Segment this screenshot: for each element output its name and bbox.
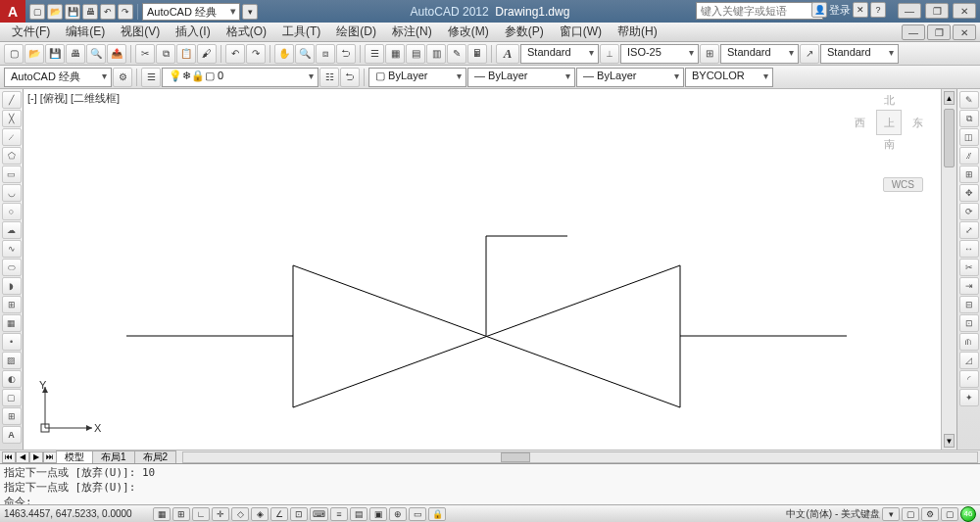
polygon-icon[interactable]: ⬠ [2, 147, 22, 165]
qat-redo-icon[interactable]: ↷ [118, 4, 133, 20]
tab-layout2[interactable]: 布局2 [134, 451, 177, 463]
spline-icon[interactable]: ∿ [2, 240, 22, 258]
ellipse-arc-icon[interactable]: ◗ [2, 277, 22, 295]
gradient-icon[interactable]: ◐ [2, 370, 22, 388]
tab-model[interactable]: 模型 [56, 451, 93, 463]
app-menu-button[interactable]: A [0, 0, 25, 23]
scroll-thumb[interactable] [944, 109, 955, 167]
fillet-icon[interactable]: ◜ [959, 370, 979, 388]
infocenter-signin-icon[interactable]: 👤 [811, 2, 827, 18]
polyline-icon[interactable]: ⟋ [2, 128, 22, 146]
rectangle-icon[interactable]: ▭ [2, 166, 22, 183]
status-tray-icon[interactable]: ⚙ [921, 507, 939, 521]
plot-icon[interactable]: 🖶 [66, 44, 85, 64]
menu-draw[interactable]: 绘图(D) [328, 22, 384, 42]
menu-modify[interactable]: 修改(M) [440, 22, 497, 42]
open-icon[interactable]: 📂 [24, 44, 44, 64]
extend-icon[interactable]: ⇥ [959, 277, 979, 295]
design-center-icon[interactable]: ▦ [385, 44, 405, 64]
workspace-settings-icon[interactable]: ⚙ [113, 68, 132, 87]
hscroll-thumb[interactable] [501, 452, 530, 462]
lineweight-dropdown[interactable]: — ByLayer [576, 68, 684, 87]
copy-object-icon[interactable]: ⧉ [959, 110, 979, 127]
maximize-button[interactable]: ❐ [925, 3, 949, 19]
status-tray-icon[interactable]: ▢ [902, 507, 919, 521]
offset-icon[interactable]: ⫽ [959, 147, 979, 165]
region-icon[interactable]: ▢ [2, 389, 22, 406]
signin-label[interactable]: 登录 [829, 3, 851, 18]
menu-window[interactable]: 窗口(W) [552, 22, 610, 42]
model-toggle[interactable]: ▭ [409, 507, 426, 521]
qp-toggle[interactable]: ▣ [369, 507, 387, 521]
stretch-icon[interactable]: ↔ [959, 240, 979, 258]
mtext-icon[interactable]: A [2, 426, 22, 444]
chamfer-icon[interactable]: ◿ [959, 352, 979, 369]
workspace-dropdown[interactable]: AutoCAD 经典 [142, 3, 240, 21]
textstyle-dropdown[interactable]: Standard [520, 44, 599, 64]
revision-cloud-icon[interactable]: ☁ [2, 221, 22, 239]
doc-close-button[interactable]: ✕ [953, 24, 976, 40]
plotstyle-dropdown[interactable]: BYCOLOR [685, 68, 773, 87]
menu-view[interactable]: 视图(V) [113, 22, 168, 42]
qat-save-icon[interactable]: 💾 [65, 4, 80, 20]
menu-insert[interactable]: 插入(I) [168, 22, 218, 42]
annotation-scale-icon[interactable]: 🔒 [428, 507, 446, 521]
copy-icon[interactable]: ⧉ [156, 44, 175, 64]
horizontal-scrollbar[interactable] [182, 451, 978, 463]
layer-dropdown[interactable]: 💡❄🔒▢ 0 [162, 68, 318, 87]
scroll-up-icon[interactable]: ▲ [944, 91, 955, 105]
line-icon[interactable]: ╱ [2, 91, 22, 109]
qat-more-icon[interactable]: ▾ [242, 4, 258, 20]
menu-edit[interactable]: 编辑(E) [58, 22, 113, 42]
mleader-dropdown[interactable]: Standard [820, 44, 899, 64]
qat-new-icon[interactable]: ▢ [29, 4, 45, 20]
quickcalc-icon[interactable]: 🖩 [467, 44, 487, 64]
infocenter-help-icon[interactable]: ? [870, 2, 886, 18]
cut-icon[interactable]: ✂ [135, 44, 155, 64]
mleader-icon[interactable]: ↗ [800, 44, 819, 64]
properties-icon[interactable]: ☰ [365, 44, 384, 64]
tab-next-icon[interactable]: ▶ [29, 451, 43, 463]
match-prop-icon[interactable]: 🖌 [197, 44, 217, 64]
save-icon[interactable]: 💾 [45, 44, 65, 64]
break-at-point-icon[interactable]: ⊟ [959, 296, 979, 313]
sheet-set-icon[interactable]: ▥ [426, 44, 446, 64]
lwt-toggle[interactable]: ≡ [330, 507, 348, 521]
table-icon[interactable]: ⊞ [2, 407, 22, 425]
undo-icon[interactable]: ↶ [225, 44, 245, 64]
linetype-dropdown[interactable]: — ByLayer [467, 68, 575, 87]
circle-icon[interactable]: ○ [2, 203, 22, 220]
drawing-canvas[interactable]: [-] [俯视] [二维线框] 北 西 上 东 南 WCS X Y [24, 89, 941, 450]
command-prompt[interactable]: 命令: [4, 495, 976, 504]
new-icon[interactable]: ▢ [4, 44, 24, 64]
vertical-scrollbar[interactable]: ▲ ▼ [941, 89, 956, 450]
redo-icon[interactable]: ↷ [246, 44, 266, 64]
scale-icon[interactable]: ⤢ [959, 221, 979, 239]
make-block-icon[interactable]: ▦ [2, 314, 22, 332]
menu-parametric[interactable]: 参数(P) [497, 22, 552, 42]
status-tray-icon[interactable]: ▾ [882, 507, 900, 521]
erase-icon[interactable]: ✎ [959, 91, 979, 109]
rotate-icon[interactable]: ⟳ [959, 203, 979, 220]
trusted-autodesk-badge[interactable]: 46 [960, 506, 976, 522]
qat-undo-icon[interactable]: ↶ [100, 4, 116, 20]
osnap-toggle[interactable]: ◇ [231, 507, 249, 521]
insert-block-icon[interactable]: ⊞ [2, 296, 22, 313]
3dosnap-toggle[interactable]: ◈ [251, 507, 269, 521]
dimstyle-icon[interactable]: ⟂ [600, 44, 619, 64]
ducs-toggle[interactable]: ⊡ [290, 507, 308, 521]
move-icon[interactable]: ✥ [959, 184, 979, 202]
plot-preview-icon[interactable]: 🔍 [86, 44, 106, 64]
minimize-button[interactable]: — [898, 3, 921, 19]
zoom-previous-icon[interactable]: ⮌ [336, 44, 356, 64]
doc-minimize-button[interactable]: — [902, 24, 925, 40]
ortho-toggle[interactable]: ∟ [192, 507, 210, 521]
search-input[interactable] [696, 2, 823, 20]
coordinates-readout[interactable]: 1463.4457, 647.5233, 0.0000 [4, 508, 151, 519]
zoom-window-icon[interactable]: ⧈ [316, 44, 335, 64]
qat-open-icon[interactable]: 📂 [47, 4, 63, 20]
ellipse-icon[interactable]: ⬭ [2, 259, 22, 276]
arc-icon[interactable]: ◡ [2, 184, 22, 202]
zoom-realtime-icon[interactable]: 🔍 [295, 44, 315, 64]
pan-icon[interactable]: ✋ [274, 44, 294, 64]
